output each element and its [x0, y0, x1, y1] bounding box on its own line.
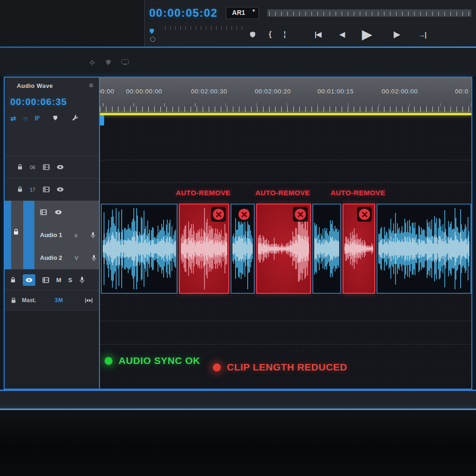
ruler-major-ticks	[103, 103, 471, 106]
master-track-row[interactable]: Mast. 3M	[5, 290, 99, 310]
source-dropdown-value: AR1	[232, 9, 245, 16]
audio-sync-status: AUDIO SYNC OK	[105, 355, 200, 366]
split-bar-icon[interactable]: ¦	[284, 31, 285, 38]
waveform-graphic	[102, 205, 177, 293]
mic-icon[interactable]	[91, 232, 95, 238]
eye-icon[interactable]	[55, 210, 62, 215]
ruler-timecode-label: 00:02:00:30	[191, 88, 227, 95]
mic-icon[interactable]	[92, 255, 96, 261]
video-track-header-2[interactable]: 06	[5, 156, 99, 178]
audio-track-header-block: Audio 1 s Audio 2 V	[5, 200, 99, 269]
lock-icon[interactable]	[11, 298, 16, 304]
step-forward-button[interactable]: |▶	[393, 30, 400, 39]
razor-icon[interactable]	[35, 115, 40, 121]
eye-toggle-active[interactable]	[23, 274, 35, 286]
ruler-minor-ticks	[100, 106, 471, 112]
panel-title: Audio Wave	[17, 82, 53, 89]
track-label: 06	[30, 165, 36, 170]
track-mod-glyph: s	[75, 232, 78, 238]
source-patch-strip[interactable]	[5, 201, 11, 269]
lane-divider	[100, 344, 471, 344]
audio-clip[interactable]	[312, 204, 341, 294]
program-mini-ruler[interactable]	[267, 9, 471, 17]
mixer-controls-row: M S	[5, 269, 99, 290]
lane-divider	[100, 182, 471, 183]
track-label: 17	[30, 187, 36, 192]
audio-clip[interactable]	[101, 204, 178, 294]
lock-icon[interactable]	[13, 229, 19, 235]
ruler-timecode-label: 00:00:00:00	[126, 88, 162, 95]
film-icon	[43, 186, 50, 192]
editing-app-screen: 00:00:05:02 AR1 ▾ { ¦ |◀ ◀ ▶ |▶	[0, 0, 476, 476]
video-track-header-1[interactable]: 17	[5, 178, 99, 200]
audio-clip[interactable]	[231, 204, 255, 294]
track-name: Audio 2	[40, 254, 62, 261]
marker-icon[interactable]	[106, 60, 111, 66]
audio-track-row-1[interactable]: Audio 1 s	[40, 224, 97, 246]
play-button[interactable]: ▶	[362, 27, 372, 42]
in-point-bracket-icon[interactable]: {	[269, 31, 271, 38]
settings-gear-icon[interactable]	[89, 60, 95, 66]
audio-track-toggles-row	[40, 201, 97, 224]
lock-icon[interactable]	[17, 186, 23, 192]
remove-badge-icon[interactable]	[237, 207, 251, 222]
audio-track-row-2[interactable]: Audio 2 V	[40, 246, 97, 269]
removed-clip[interactable]	[179, 204, 229, 294]
mute-button[interactable]: M	[56, 277, 61, 284]
eye-icon[interactable]	[57, 165, 64, 170]
lane-divider	[100, 321, 471, 321]
track-lanes: AUDIO SYNC OK CLIP LENGTH REDUCED AUTO-R…	[100, 115, 471, 389]
remove-badge-icon[interactable]	[357, 207, 372, 222]
red-status-dot	[213, 364, 221, 371]
monitor-bezel	[0, 410, 476, 476]
ruler-timecode-label: 00:02:00:20	[255, 88, 291, 95]
mic-icon[interactable]	[79, 277, 85, 284]
step-back-button[interactable]: ◀	[339, 30, 344, 39]
lock-icon[interactable]	[10, 277, 16, 283]
marker-column	[149, 28, 165, 42]
track-mod-glyph: V	[75, 255, 78, 261]
lock-icon[interactable]	[17, 164, 23, 170]
audio-track-clips	[101, 204, 471, 294]
program-timecode: 00:00:05:02	[149, 7, 218, 20]
playhead-marker-icon[interactable]	[149, 28, 154, 34]
solo-button[interactable]: S	[68, 277, 73, 284]
removed-clip[interactable]	[343, 204, 375, 294]
film-icon	[40, 209, 47, 215]
remove-badge-icon[interactable]	[211, 207, 226, 222]
marker-shield-icon[interactable]	[250, 31, 256, 38]
panel-header: Audio Wave ≡	[5, 78, 99, 93]
auto-remove-label: AUTO-REMOVE	[255, 189, 310, 197]
transport-tick-strip	[165, 26, 243, 30]
sequence-timecode: 00:00:06:35	[5, 93, 99, 110]
toolbar-band	[0, 48, 476, 77]
wrench-icon[interactable]	[72, 115, 79, 121]
master-label: Mast.	[22, 297, 36, 304]
source-dropdown[interactable]: AR1 ▾	[226, 7, 259, 19]
status-text: CLIP LENGTH REDUCED	[227, 362, 347, 373]
snap-icon[interactable]: ⇄	[10, 115, 16, 122]
go-to-out-button[interactable]: →|	[418, 31, 426, 39]
remove-badge-icon[interactable]	[293, 207, 308, 222]
eye-icon[interactable]	[57, 187, 64, 192]
audio-clip[interactable]	[377, 204, 471, 294]
collapse-tracks-icon[interactable]	[85, 298, 93, 303]
status-row: AUDIO SYNC OK CLIP LENGTH REDUCED	[105, 355, 471, 374]
timeline-ruler[interactable]: 00:0000:00:00:0000:02:00:3000:02:00:2000…	[100, 78, 471, 113]
auto-remove-label: AUTO-REMOVE	[176, 189, 231, 197]
panel-menu-icon[interactable]: ≡	[89, 81, 93, 90]
keyframe-circle-icon[interactable]	[150, 37, 155, 42]
bottom-band	[0, 391, 476, 409]
sequence-monitor-icon[interactable]	[121, 60, 129, 65]
auto-remove-label: AUTO-REMOVE	[331, 189, 385, 197]
program-bar-main: 00:00:05:02 AR1 ▾ { ¦ |◀ ◀ ▶ |▶	[145, 0, 476, 46]
lane-divider	[100, 160, 471, 160]
ruler-timecode-label: 00:0	[455, 88, 469, 95]
program-bar-row1: 00:00:05:02 AR1 ▾	[149, 3, 471, 23]
marker-pin-icon[interactable]	[53, 115, 58, 121]
magnet-icon[interactable]: ∩	[23, 115, 28, 122]
go-to-in-button[interactable]: |◀	[315, 30, 321, 39]
removed-clip[interactable]	[256, 204, 311, 294]
green-status-dot	[105, 357, 112, 365]
target-track-strip[interactable]	[23, 201, 34, 269]
